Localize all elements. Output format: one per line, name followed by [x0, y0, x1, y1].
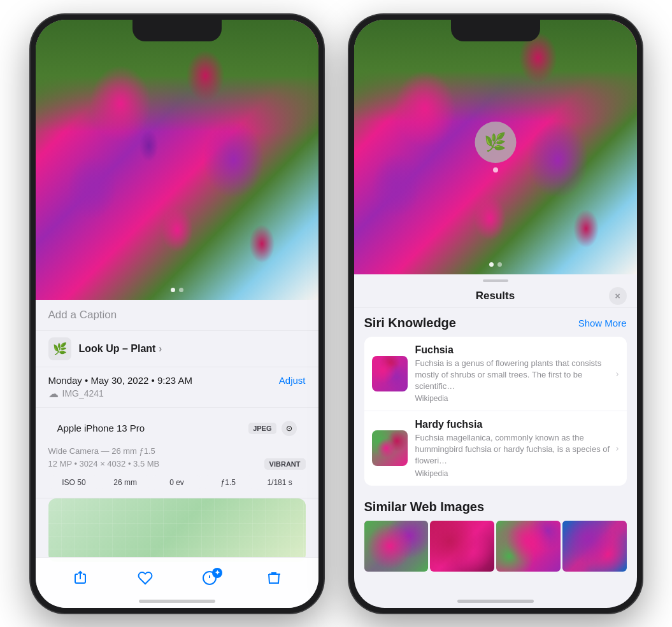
meta-row: Monday • May 30, 2022 • 9:23 AM Adjust	[48, 375, 306, 386]
vibrant-badge: VIBRANT	[264, 458, 306, 470]
right-photo-dots	[489, 262, 502, 267]
hardy-fuchsia-content: Hardy fuchsia Fuchsia magellanica, commo…	[415, 419, 619, 478]
device-row: Apple iPhone 13 Pro JPEG ⊙	[48, 416, 306, 441]
left-phone-screen: Add a Caption 🌿 Look Up – Plant › Monday…	[36, 20, 318, 608]
similar-thumb-3[interactable]	[496, 521, 561, 572]
right-flower-photo[interactable]: 🌿	[354, 20, 637, 274]
right-home-indicator	[457, 600, 534, 603]
fuchsia-chevron: ›	[616, 369, 619, 379]
show-more-button[interactable]: Show More	[578, 318, 627, 328]
similar-thumb-4[interactable]	[562, 521, 627, 572]
share-button[interactable]	[73, 570, 88, 586]
fuchsia-desc: Fuchsia is a genus of flowering plants t…	[415, 358, 619, 393]
siri-knowledge-section: Siri Knowledge Show More Fuchsia Fuchsia…	[354, 308, 637, 492]
flower-photo[interactable]	[36, 20, 318, 300]
siri-knowledge-title: Siri Knowledge	[364, 316, 456, 330]
fuchsia-content: Fuchsia Fuchsia is a genus of flowering …	[415, 344, 619, 404]
hardy-fuchsia-desc: Fuchsia magellanica, commonly known as t…	[415, 432, 619, 467]
camera-specs: Wide Camera — 26 mm ƒ1.5	[48, 446, 306, 456]
lookup-label: Look Up – Plant ›	[79, 343, 162, 355]
knowledge-item-fuchsia[interactable]: Fuchsia Fuchsia is a genus of flowering …	[364, 337, 627, 412]
photo-dots	[171, 288, 183, 292]
location-icon: ⊙	[282, 421, 297, 436]
file-specs: 12 MP • 3024 × 4032 • 3.5 MB VIBRANT	[48, 458, 306, 470]
file-info: 12 MP • 3024 × 4032 • 3.5 MB	[48, 459, 160, 468]
device-name: Apple iPhone 13 Pro	[57, 423, 145, 433]
left-phone: Add a Caption 🌿 Look Up – Plant › Monday…	[31, 15, 324, 613]
map-preview[interactable]	[48, 498, 306, 562]
knowledge-item-hardy-fuchsia[interactable]: Hardy fuchsia Fuchsia magellanica, commo…	[364, 411, 627, 486]
map-overlay	[48, 498, 306, 562]
favorite-button[interactable]	[138, 570, 153, 586]
notch	[132, 20, 222, 41]
siri-dot	[493, 167, 498, 173]
similar-thumb-1[interactable]	[364, 521, 429, 572]
results-header: Results ×	[354, 285, 637, 308]
plant-icon: 🌿	[48, 337, 71, 360]
results-title: Results	[476, 290, 515, 302]
delete-button[interactable]	[267, 570, 281, 586]
siri-visual-lookup-icon[interactable]: 🌿	[475, 122, 516, 163]
photo-date: Monday • May 30, 2022 • 9:23 AM	[48, 375, 192, 386]
similar-images-title: Similar Web Images	[364, 500, 627, 514]
jpeg-badge: JPEG	[248, 423, 276, 434]
lookup-row[interactable]: 🌿 Look Up – Plant ›	[36, 331, 318, 367]
exif-shutter: 1/181 s	[255, 475, 304, 490]
cloud-icon: ☁	[48, 388, 59, 400]
caption-input[interactable]: Add a Caption	[36, 300, 318, 331]
close-button[interactable]: ×	[609, 287, 627, 305]
knowledge-card: Fuchsia Fuchsia is a genus of flowering …	[364, 337, 627, 486]
fuchsia-source: Wikipedia	[415, 394, 619, 403]
fuchsia-thumbnail	[372, 356, 408, 391]
similar-images-section: Similar Web Images	[354, 492, 637, 577]
device-section: Apple iPhone 13 Pro JPEG ⊙ Wide Camera —…	[36, 408, 318, 498]
photo-dot-2	[179, 288, 183, 292]
home-indicator	[139, 600, 215, 603]
info-badge: ✦	[212, 568, 222, 578]
hardy-fuchsia-chevron: ›	[616, 443, 619, 453]
section-header: Siri Knowledge Show More	[364, 316, 627, 330]
results-panel: Results × Siri Knowledge Show More	[354, 274, 637, 577]
right-photo-dot-2	[497, 262, 502, 267]
exif-iso: ISO 50	[50, 475, 99, 490]
filename: ☁ IMG_4241	[48, 388, 306, 400]
device-badges: JPEG ⊙	[248, 421, 296, 436]
hardy-fuchsia-name: Hardy fuchsia	[415, 419, 619, 430]
adjust-button[interactable]: Adjust	[279, 375, 306, 386]
exif-aperture: ƒ1.5	[204, 475, 253, 490]
hardy-fuchsia-thumbnail	[372, 430, 408, 466]
photo-dot-1	[171, 288, 175, 292]
similar-thumb-2[interactable]	[430, 521, 494, 572]
right-phone: 🌿 Results × Siri Knowledge	[349, 15, 642, 613]
fuchsia-name: Fuchsia	[415, 344, 619, 356]
hardy-fuchsia-source: Wikipedia	[415, 469, 619, 478]
exif-row: ISO 50 26 mm 0 ev ƒ1.5 1/181 s	[48, 475, 306, 490]
flower-photo-overlay	[36, 20, 318, 300]
similar-images-grid	[364, 521, 627, 572]
right-phone-screen: 🌿 Results × Siri Knowledge	[354, 20, 637, 608]
meta-section: Monday • May 30, 2022 • 9:23 AM Adjust ☁…	[36, 367, 318, 408]
exif-mm: 26 mm	[101, 475, 150, 490]
right-photo-dot-1	[489, 262, 494, 267]
results-handle	[483, 279, 508, 282]
exif-ev: 0 ev	[152, 475, 201, 490]
info-button[interactable]: ✦	[202, 570, 217, 586]
right-notch	[451, 20, 540, 41]
